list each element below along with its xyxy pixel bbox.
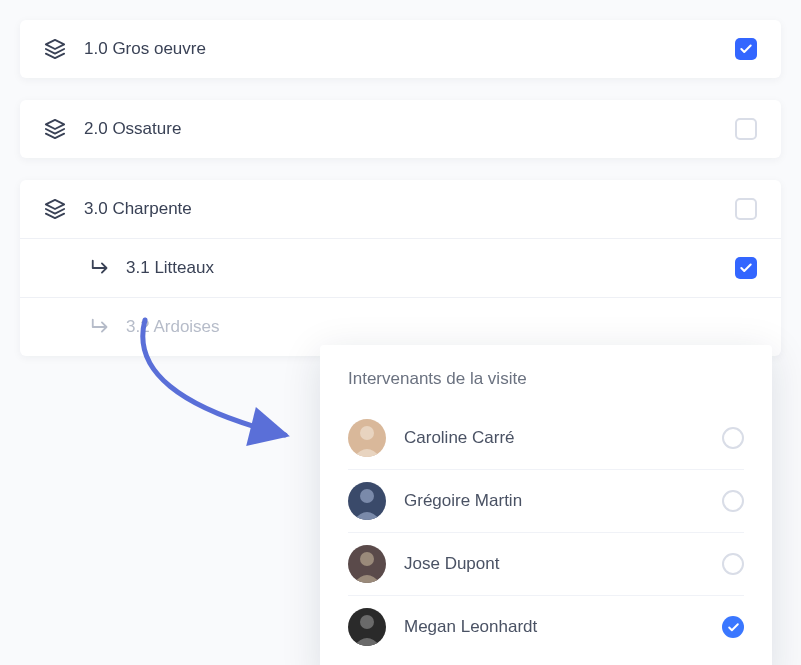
child-arrow-icon <box>90 316 112 338</box>
layers-icon <box>44 38 66 60</box>
category-label: 2.0 Ossature <box>84 119 735 139</box>
category-checkbox[interactable] <box>735 38 757 60</box>
participant-name: Megan Leonhardt <box>404 617 722 637</box>
category-label: 3.0 Charpente <box>84 199 735 219</box>
subcategory-label: 3.1 Litteaux <box>126 258 735 278</box>
child-arrow-icon <box>90 257 112 279</box>
category-card[interactable]: 3.0 Charpente 3.1 Litteaux 3.2 Ardoises <box>20 180 781 356</box>
category-label: 1.0 Gros oeuvre <box>84 39 735 59</box>
participant-name: Jose Dupont <box>404 554 722 574</box>
avatar <box>348 608 386 646</box>
participant-row[interactable]: Caroline Carré <box>348 407 744 470</box>
svg-marker-1 <box>46 120 64 129</box>
svg-marker-0 <box>46 40 64 49</box>
avatar <box>348 419 386 457</box>
svg-point-6 <box>360 615 374 629</box>
category-row[interactable]: 1.0 Gros oeuvre <box>20 20 781 78</box>
popup-title: Intervenants de la visite <box>348 369 744 389</box>
category-row[interactable]: 3.0 Charpente <box>20 180 781 238</box>
category-card[interactable]: 1.0 Gros oeuvre <box>20 20 781 78</box>
participant-row[interactable]: Grégoire Martin <box>348 470 744 533</box>
participant-row[interactable]: Jose Dupont <box>348 533 744 596</box>
participant-name: Grégoire Martin <box>404 491 722 511</box>
participant-radio[interactable] <box>722 553 744 575</box>
svg-point-5 <box>360 552 374 566</box>
subcategory-row[interactable]: 3.1 Litteaux <box>20 238 781 297</box>
participant-radio[interactable] <box>722 616 744 638</box>
category-checkbox[interactable] <box>735 198 757 220</box>
svg-point-3 <box>360 426 374 440</box>
participant-name: Caroline Carré <box>404 428 722 448</box>
category-card[interactable]: 2.0 Ossature <box>20 100 781 158</box>
subcategory-label: 3.2 Ardoises <box>126 317 757 337</box>
participant-row[interactable]: Megan Leonhardt <box>348 596 744 658</box>
participants-popup: Intervenants de la visite Caroline Carré… <box>320 345 772 665</box>
subcategory-checkbox[interactable] <box>735 257 757 279</box>
category-checkbox[interactable] <box>735 118 757 140</box>
participant-radio[interactable] <box>722 427 744 449</box>
avatar <box>348 482 386 520</box>
layers-icon <box>44 198 66 220</box>
layers-icon <box>44 118 66 140</box>
avatar <box>348 545 386 583</box>
svg-marker-2 <box>46 200 64 209</box>
category-row[interactable]: 2.0 Ossature <box>20 100 781 158</box>
participant-radio[interactable] <box>722 490 744 512</box>
svg-point-4 <box>360 489 374 503</box>
